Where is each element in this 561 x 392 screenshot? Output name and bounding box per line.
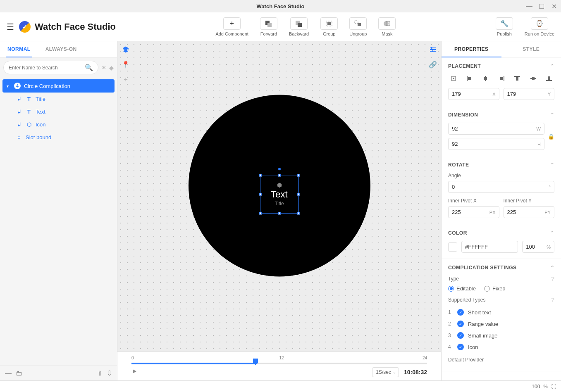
section-title: COLOR	[448, 230, 467, 236]
complication-title-preview: Title	[275, 201, 284, 207]
visibility-toggle-icon[interactable]: 👁	[101, 64, 107, 71]
default-provider-label: Default Provider	[448, 357, 554, 363]
play-button[interactable]	[131, 368, 137, 376]
placement-y-input[interactable]: Y	[504, 88, 555, 100]
pivot-x-input[interactable]: PX	[448, 206, 499, 218]
supported-type-row[interactable]: 4 ✓ Icon	[448, 341, 554, 353]
forward-button[interactable]: Forward	[260, 17, 277, 36]
align-left-icon[interactable]	[464, 74, 475, 83]
wrench-icon: 🔧	[500, 19, 508, 27]
speed-select[interactable]: 1S/sec ⌄	[372, 367, 399, 377]
backward-button[interactable]: Backward	[289, 17, 309, 36]
layer-label: Text	[36, 109, 45, 115]
help-icon[interactable]: ?	[551, 276, 554, 282]
pin-tool-icon[interactable]: 📍	[121, 59, 131, 69]
search-box[interactable]: 🔍	[3, 61, 98, 74]
timeline-ruler[interactable]: 0 12 24	[117, 352, 441, 364]
radio-fixed[interactable]: Fixed	[484, 285, 506, 292]
selection-box[interactable]: ⬢ Text Title	[260, 175, 299, 214]
hexagon-icon: ⬡	[26, 121, 32, 128]
color-opacity-input[interactable]: %	[522, 241, 554, 253]
layer-circle-complication[interactable]: ▾ 4 Circle Complication	[2, 79, 115, 93]
resize-handle-ne[interactable]	[297, 174, 300, 176]
ungroup-button[interactable]: Ungroup	[349, 17, 367, 36]
add-tool-icon[interactable]: ＋	[121, 74, 131, 84]
brand-text: Watch Face Studio	[35, 21, 116, 32]
align-right-icon[interactable]	[496, 74, 507, 83]
upload-icon[interactable]: ⇧	[97, 369, 103, 377]
align-hcenter-icon[interactable]	[480, 74, 491, 83]
right-tabs: PROPERTIES STYLE	[442, 41, 561, 57]
pivot-y-input[interactable]: PY	[504, 206, 555, 218]
section-dimension: DIMENSION ⌃ W H 🔒	[442, 106, 561, 156]
link-tool-icon[interactable]: 🔗	[428, 59, 438, 69]
publish-button[interactable]: 🔧 Publish	[496, 17, 513, 36]
tick-start: 0	[131, 356, 134, 360]
search-input[interactable]	[9, 65, 85, 71]
collapse-icon[interactable]: ⌃	[550, 112, 555, 118]
run-on-device-button[interactable]: ⌚ Run on Device	[525, 17, 554, 36]
curve-icon: ↲	[16, 121, 22, 128]
alignment-row	[448, 74, 554, 83]
text-icon: T	[26, 96, 32, 102]
collapse-icon[interactable]: ⌃	[550, 162, 555, 168]
collapse-icon[interactable]: ⌃	[550, 63, 555, 69]
timeline-progress	[131, 363, 255, 364]
group-button[interactable]: Group	[320, 17, 338, 36]
resize-handle-nw[interactable]	[259, 174, 262, 176]
align-bottom-icon[interactable]	[544, 74, 554, 83]
tab-style[interactable]: STYLE	[501, 41, 561, 57]
maximize-button[interactable]: ☐	[538, 2, 545, 10]
lock-aspect-icon[interactable]: 🔒	[548, 133, 554, 140]
layer-title[interactable]: ↲ T Title	[2, 93, 115, 105]
svg-rect-3	[298, 23, 302, 27]
placement-x-input[interactable]: X	[448, 88, 499, 100]
close-button[interactable]: ✕	[550, 2, 558, 10]
resize-handle-sw[interactable]	[259, 212, 262, 214]
supported-type-row[interactable]: 2 ✓ Range value	[448, 318, 554, 330]
tab-normal[interactable]: NORMAL	[0, 41, 38, 57]
dimension-h-input[interactable]: H	[448, 138, 544, 150]
download-icon[interactable]: ⇩	[107, 369, 112, 377]
remove-button[interactable]: —	[5, 370, 12, 377]
layers-tool-icon[interactable]	[121, 45, 131, 55]
fit-screen-icon[interactable]: ⛶	[551, 384, 556, 390]
rotate-handle[interactable]	[278, 168, 281, 170]
resize-handle-n[interactable]	[278, 174, 281, 176]
add-component-button[interactable]: ＋ Add Component	[215, 17, 248, 36]
canvas-viewport[interactable]: ⬢ Text Title	[117, 41, 441, 352]
collapse-icon[interactable]: ⌃	[550, 265, 555, 271]
collapse-icon[interactable]: ⌃	[550, 230, 555, 236]
resize-handle-e[interactable]	[297, 193, 300, 195]
resize-handle-s[interactable]	[278, 212, 281, 214]
sliders-tool-icon[interactable]	[428, 45, 438, 55]
svg-rect-6	[355, 21, 358, 24]
supported-type-row[interactable]: 1 ✓ Short text	[448, 306, 554, 318]
tab-always-on[interactable]: ALWAYS-ON	[38, 41, 84, 57]
layer-icon[interactable]: ↲ ⬡ Icon	[2, 118, 115, 131]
angle-input[interactable]: °	[448, 181, 554, 193]
layer-text[interactable]: ↲ T Text	[2, 105, 115, 118]
watch-icon: ⌚	[535, 19, 544, 27]
align-top-icon[interactable]	[512, 74, 523, 83]
minimize-button[interactable]: —	[525, 2, 533, 10]
align-vcenter-icon[interactable]	[528, 74, 539, 83]
menu-button[interactable]: ☰	[7, 22, 14, 32]
supported-type-row[interactable]: 3 ✓ Small image	[448, 330, 554, 341]
align-center-both-icon[interactable]	[448, 74, 459, 83]
layer-slot-bound[interactable]: ○ Slot bound	[2, 131, 115, 144]
radio-editable[interactable]: Editable	[448, 285, 476, 292]
color-swatch[interactable]	[448, 242, 457, 252]
resize-handle-se[interactable]	[297, 212, 300, 214]
color-hex-input[interactable]	[461, 241, 518, 253]
resize-handle-w[interactable]	[259, 193, 262, 195]
tab-properties[interactable]: PROPERTIES	[442, 41, 501, 57]
zoom-value[interactable]: 100	[532, 384, 540, 390]
dimension-w-input[interactable]: W	[448, 123, 544, 135]
help-icon[interactable]: ?	[551, 297, 554, 303]
lock-toggle-icon[interactable]: ◆	[109, 64, 114, 71]
folder-icon[interactable]: 🗀	[16, 370, 22, 377]
mask-button[interactable]: Mask	[378, 17, 396, 36]
brand: ✓ Watch Face Studio	[19, 21, 116, 33]
section-rotate: ROTATE ⌃ Angle ° Inner Pivot X PX Inner …	[442, 156, 561, 224]
